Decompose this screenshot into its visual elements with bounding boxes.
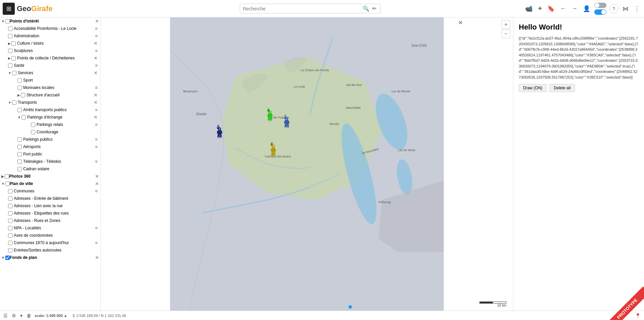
search-input[interactable] — [243, 6, 361, 11]
close-fonds[interactable]: ✕ — [95, 255, 99, 260]
giraffe-darkblue[interactable] — [215, 125, 224, 140]
cb-communes1870[interactable] — [8, 241, 12, 245]
cb-adr-etiq[interactable] — [8, 211, 12, 216]
logo-icon[interactable]: ⊞ — [3, 3, 15, 15]
item-parkings-echange[interactable]: ▼ Parkings d'échange ✕ — [15, 113, 100, 121]
item-culture-loisirs[interactable]: ▶ Culture / loisirs ✕ — [5, 40, 100, 47]
toggle-top[interactable] — [594, 3, 606, 8]
cb-services[interactable] — [12, 71, 16, 75]
cb-telesiege[interactable] — [17, 159, 22, 164]
dropdown-btn[interactable]: ▾ — [19, 313, 23, 318]
cb-aeroports[interactable] — [17, 145, 22, 149]
bookmark-btn[interactable]: 🔖 — [546, 4, 556, 14]
close-plan[interactable]: ✕ — [95, 181, 99, 186]
close-culture[interactable]: ✕ — [94, 41, 98, 46]
menu-npa[interactable]: ≡ — [95, 225, 98, 231]
cb-cadran[interactable] — [17, 167, 22, 171]
menu-accessibilite[interactable]: ≡ — [95, 26, 98, 31]
item-arrets[interactable]: Arrêts transports publics ≡ — [15, 106, 100, 113]
item-structure[interactable]: ▶ Structure d'accueil ✕ — [15, 91, 100, 99]
cb-relais[interactable] — [31, 123, 35, 127]
close-transports[interactable]: ✕ — [94, 100, 98, 105]
item-transports-header[interactable]: ▼ Transports ✕ — [5, 99, 100, 106]
menu-arrets[interactable]: ≡ — [95, 107, 98, 112]
group-header-fonds[interactable]: ▼ Fonds de plan ✕ — [0, 254, 100, 261]
menu-sculptures[interactable]: ≡ — [95, 48, 98, 53]
search-icon-btn[interactable]: 🔍 — [361, 5, 371, 12]
help-btn[interactable]: ? — [609, 4, 618, 13]
item-aeroports[interactable]: Aéroports ≡ — [15, 143, 100, 150]
item-covoiturage[interactable]: Covoiturage — [28, 128, 100, 136]
draw-btn[interactable]: Draw (ON) — [519, 84, 547, 92]
giraffe-yellow[interactable] — [269, 142, 278, 158]
menu-telesiege[interactable]: ≡ — [95, 159, 98, 164]
menu-monnaies[interactable]: ≡ — [95, 85, 98, 90]
cb-covoit[interactable] — [31, 130, 35, 134]
toggle-bottom[interactable] — [594, 9, 606, 15]
cb-fonds[interactable] — [5, 256, 10, 260]
item-telesiege[interactable]: Télésièges - Téléskis ≡ — [15, 158, 100, 165]
menu-relais[interactable]: ≡ — [95, 122, 98, 127]
cb-monnaies[interactable] — [17, 86, 22, 90]
item-port[interactable]: Port public — [15, 150, 100, 158]
map-close-btn[interactable]: ✕ — [458, 19, 463, 26]
item-sante[interactable]: Santé ≡ — [5, 62, 100, 69]
zoom-out-btn[interactable]: − — [502, 30, 510, 38]
item-entrees-sorties[interactable]: Entrées/Sorties autoroutes — [5, 246, 100, 254]
close-points-interet[interactable]: ✕ — [95, 18, 99, 24]
cb-photos360[interactable] — [5, 174, 9, 179]
item-adr-etiq[interactable]: Adresses - Etiquettes des rues — [5, 210, 100, 217]
cb-arrets[interactable] — [17, 108, 22, 112]
item-communes1870[interactable]: Communes 1870 à aujourd'hui ≡ — [5, 239, 100, 246]
item-points-collecte[interactable]: ▶ Points de collecte / Déchetteries ✕ — [5, 54, 100, 62]
item-parkings-publics[interactable]: Parkings publics ≡ — [15, 136, 100, 143]
group-header-points-interet[interactable]: ▼ Points d'intérêt ✕ — [0, 17, 100, 25]
menu-sante[interactable]: ≡ — [95, 63, 98, 68]
location-btn[interactable]: 📍 — [634, 313, 641, 318]
close-collecte[interactable]: ✕ — [94, 55, 98, 61]
item-monnaies[interactable]: Monnaies locales ≡ — [15, 84, 100, 91]
item-axes[interactable]: Axes de coordonnées — [5, 232, 100, 239]
cb-communes[interactable] — [8, 189, 12, 193]
menu-administration[interactable]: ≡ — [95, 33, 98, 39]
item-parkings-relais[interactable]: Parkings relais ≡ — [28, 121, 100, 128]
item-adr-lien[interactable]: Adresses - Lien avec la rue — [5, 202, 100, 210]
cb-administration[interactable] — [8, 34, 12, 38]
item-services-header[interactable]: ▼ Services ✕ — [5, 69, 100, 77]
item-sculptures[interactable]: Sculptures ≡ — [5, 47, 100, 54]
checkbox-points-interet[interactable] — [5, 19, 10, 24]
cb-adr-entree[interactable] — [8, 196, 12, 201]
item-adr-entree[interactable]: Adresses - Entrée de bâtiment — [5, 195, 100, 202]
delete-all-btn[interactable]: Delete all — [549, 84, 575, 92]
cb-collecte[interactable] — [11, 56, 16, 60]
giraffe-green[interactable] — [265, 108, 275, 123]
add-btn[interactable]: + — [537, 3, 543, 14]
item-communes[interactable]: Communes ≡ — [5, 187, 100, 195]
cb-plan[interactable] — [5, 182, 10, 186]
close-photos360[interactable]: ✕ — [95, 174, 99, 179]
menu-communes1870[interactable]: ≡ — [95, 240, 98, 245]
cb-sculptures[interactable] — [8, 49, 12, 53]
item-cadran[interactable]: Cadran solaire — [15, 165, 100, 173]
cb-adr-lien[interactable] — [8, 204, 12, 208]
giraffe-navy[interactable] — [282, 115, 291, 130]
more-btn[interactable]: ⋮ — [633, 4, 641, 14]
menu-parkings-p[interactable]: ≡ — [95, 137, 98, 142]
group-header-plan[interactable]: ▼ Plan de ville ✕ — [0, 180, 100, 187]
cb-transports[interactable] — [12, 100, 16, 105]
item-adr-rues[interactable]: Adresses - Rues et Zones — [5, 217, 100, 224]
forward-btn[interactable]: → — [570, 4, 579, 13]
toggle-group[interactable] — [594, 3, 606, 15]
cb-parkings-p[interactable] — [17, 137, 22, 142]
cb-accessibilite[interactable] — [8, 27, 12, 31]
video-btn[interactable]: 📹 — [524, 4, 534, 14]
cb-port[interactable] — [17, 152, 22, 156]
menu-aeroports[interactable]: ≡ — [95, 144, 98, 149]
trash-btn[interactable]: 🗑 — [26, 313, 32, 318]
settings-btn[interactable]: ⚙ — [11, 313, 17, 318]
item-administration[interactable]: Administration ≡ — [5, 32, 100, 40]
menu-communes[interactable]: ≡ — [95, 188, 98, 194]
close-services[interactable]: ✕ — [94, 70, 98, 76]
cb-sport[interactable] — [17, 78, 22, 83]
item-sport[interactable]: Sport — [15, 77, 100, 84]
